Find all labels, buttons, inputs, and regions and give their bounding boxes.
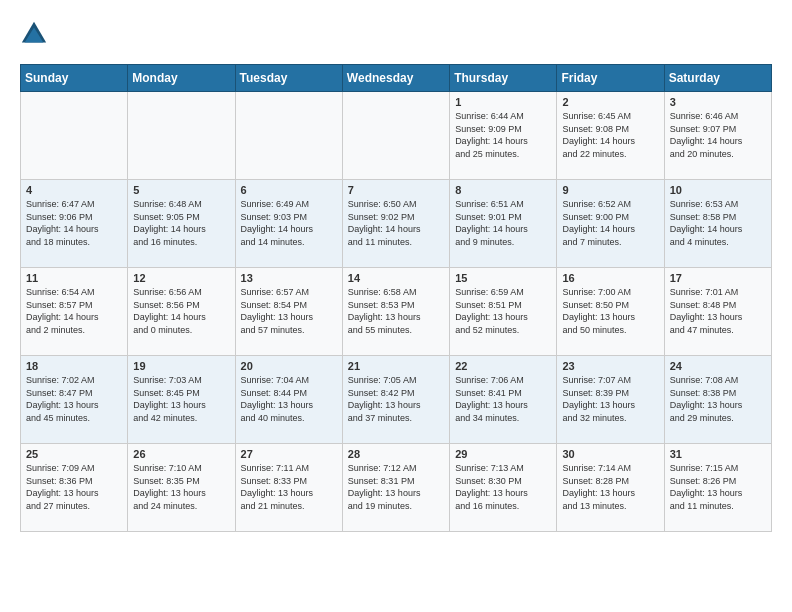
calendar-cell: 19Sunrise: 7:03 AMSunset: 8:45 PMDayligh… (128, 356, 235, 444)
cell-info-line: Sunset: 8:50 PM (562, 299, 658, 312)
calendar-table: SundayMondayTuesdayWednesdayThursdayFrid… (20, 64, 772, 532)
cell-info-line: and 37 minutes. (348, 412, 444, 425)
day-of-week-header: Wednesday (342, 65, 449, 92)
cell-info-line: Sunrise: 6:51 AM (455, 198, 551, 211)
cell-info-line: Daylight: 14 hours (670, 135, 766, 148)
day-number: 11 (26, 272, 122, 284)
day-number: 1 (455, 96, 551, 108)
cell-info-line: Daylight: 14 hours (241, 223, 337, 236)
cell-info-line: and 27 minutes. (26, 500, 122, 513)
day-number: 18 (26, 360, 122, 372)
day-number: 6 (241, 184, 337, 196)
cell-info-line: Sunrise: 7:12 AM (348, 462, 444, 475)
day-number: 5 (133, 184, 229, 196)
cell-info-line: Sunset: 8:38 PM (670, 387, 766, 400)
cell-info-line: Sunset: 8:54 PM (241, 299, 337, 312)
cell-info-line: and 20 minutes. (670, 148, 766, 161)
cell-info-line: Sunrise: 7:14 AM (562, 462, 658, 475)
calendar-week-row: 25Sunrise: 7:09 AMSunset: 8:36 PMDayligh… (21, 444, 772, 532)
cell-info-line: Sunset: 8:48 PM (670, 299, 766, 312)
calendar-cell: 23Sunrise: 7:07 AMSunset: 8:39 PMDayligh… (557, 356, 664, 444)
cell-info-line: and 0 minutes. (133, 324, 229, 337)
calendar-cell: 27Sunrise: 7:11 AMSunset: 8:33 PMDayligh… (235, 444, 342, 532)
cell-info-line: Daylight: 14 hours (455, 223, 551, 236)
cell-info-line: Sunrise: 6:52 AM (562, 198, 658, 211)
cell-info-line: and 50 minutes. (562, 324, 658, 337)
day-number: 20 (241, 360, 337, 372)
calendar-cell: 8Sunrise: 6:51 AMSunset: 9:01 PMDaylight… (450, 180, 557, 268)
cell-info-line: and 45 minutes. (26, 412, 122, 425)
cell-info-line: Daylight: 13 hours (348, 399, 444, 412)
day-number: 29 (455, 448, 551, 460)
day-of-week-header: Friday (557, 65, 664, 92)
cell-info-line: Sunrise: 6:45 AM (562, 110, 658, 123)
cell-info-line: and 13 minutes. (562, 500, 658, 513)
calendar-cell: 30Sunrise: 7:14 AMSunset: 8:28 PMDayligh… (557, 444, 664, 532)
cell-info-line: Sunset: 9:03 PM (241, 211, 337, 224)
cell-info-line: Sunrise: 7:01 AM (670, 286, 766, 299)
day-number: 21 (348, 360, 444, 372)
cell-info-line: Daylight: 13 hours (562, 311, 658, 324)
cell-info-line: and 32 minutes. (562, 412, 658, 425)
cell-info-line: Sunset: 9:08 PM (562, 123, 658, 136)
cell-info-line: Sunset: 8:31 PM (348, 475, 444, 488)
calendar-week-row: 11Sunrise: 6:54 AMSunset: 8:57 PMDayligh… (21, 268, 772, 356)
calendar-cell: 12Sunrise: 6:56 AMSunset: 8:56 PMDayligh… (128, 268, 235, 356)
cell-info-line: Sunrise: 6:48 AM (133, 198, 229, 211)
day-number: 24 (670, 360, 766, 372)
cell-info-line: and 34 minutes. (455, 412, 551, 425)
day-number: 16 (562, 272, 658, 284)
day-number: 26 (133, 448, 229, 460)
day-number: 4 (26, 184, 122, 196)
cell-info-line: Sunset: 9:05 PM (133, 211, 229, 224)
cell-info-line: and 19 minutes. (348, 500, 444, 513)
cell-info-line: and 7 minutes. (562, 236, 658, 249)
day-number: 23 (562, 360, 658, 372)
day-of-week-header: Saturday (664, 65, 771, 92)
cell-info-line: Daylight: 13 hours (670, 311, 766, 324)
cell-info-line: Sunrise: 7:02 AM (26, 374, 122, 387)
cell-info-line: Sunset: 9:09 PM (455, 123, 551, 136)
cell-info-line: and 25 minutes. (455, 148, 551, 161)
cell-info-line: Sunset: 9:07 PM (670, 123, 766, 136)
cell-info-line: Daylight: 13 hours (562, 487, 658, 500)
day-number: 22 (455, 360, 551, 372)
day-of-week-header: Tuesday (235, 65, 342, 92)
calendar-cell: 10Sunrise: 6:53 AMSunset: 8:58 PMDayligh… (664, 180, 771, 268)
cell-info-line: and 47 minutes. (670, 324, 766, 337)
calendar-cell: 2Sunrise: 6:45 AMSunset: 9:08 PMDaylight… (557, 92, 664, 180)
cell-info-line: Sunset: 9:00 PM (562, 211, 658, 224)
cell-info-line: Daylight: 14 hours (562, 223, 658, 236)
cell-info-line: Sunrise: 6:50 AM (348, 198, 444, 211)
cell-info-line: Daylight: 13 hours (455, 311, 551, 324)
cell-info-line: Sunset: 8:57 PM (26, 299, 122, 312)
cell-info-line: and 4 minutes. (670, 236, 766, 249)
cell-info-line: Daylight: 14 hours (133, 311, 229, 324)
calendar-cell: 31Sunrise: 7:15 AMSunset: 8:26 PMDayligh… (664, 444, 771, 532)
cell-info-line: Sunrise: 7:09 AM (26, 462, 122, 475)
cell-info-line: Sunrise: 7:03 AM (133, 374, 229, 387)
cell-info-line: Sunrise: 7:08 AM (670, 374, 766, 387)
cell-info-line: Sunrise: 7:10 AM (133, 462, 229, 475)
calendar-cell: 5Sunrise: 6:48 AMSunset: 9:05 PMDaylight… (128, 180, 235, 268)
cell-info-line: Daylight: 13 hours (26, 399, 122, 412)
calendar-cell: 28Sunrise: 7:12 AMSunset: 8:31 PMDayligh… (342, 444, 449, 532)
calendar-cell: 24Sunrise: 7:08 AMSunset: 8:38 PMDayligh… (664, 356, 771, 444)
cell-info-line: Daylight: 14 hours (670, 223, 766, 236)
calendar-cell: 7Sunrise: 6:50 AMSunset: 9:02 PMDaylight… (342, 180, 449, 268)
day-number: 25 (26, 448, 122, 460)
cell-info-line: and 24 minutes. (133, 500, 229, 513)
cell-info-line: Sunset: 9:06 PM (26, 211, 122, 224)
cell-info-line: Sunset: 8:41 PM (455, 387, 551, 400)
cell-info-line: Sunrise: 7:06 AM (455, 374, 551, 387)
calendar-cell (235, 92, 342, 180)
cell-info-line: Sunrise: 7:11 AM (241, 462, 337, 475)
day-number: 28 (348, 448, 444, 460)
logo-icon (20, 20, 48, 48)
cell-info-line: Sunrise: 6:44 AM (455, 110, 551, 123)
day-number: 10 (670, 184, 766, 196)
cell-info-line: and 42 minutes. (133, 412, 229, 425)
cell-info-line: Daylight: 14 hours (562, 135, 658, 148)
cell-info-line: Sunset: 8:44 PM (241, 387, 337, 400)
cell-info-line: Daylight: 13 hours (670, 399, 766, 412)
